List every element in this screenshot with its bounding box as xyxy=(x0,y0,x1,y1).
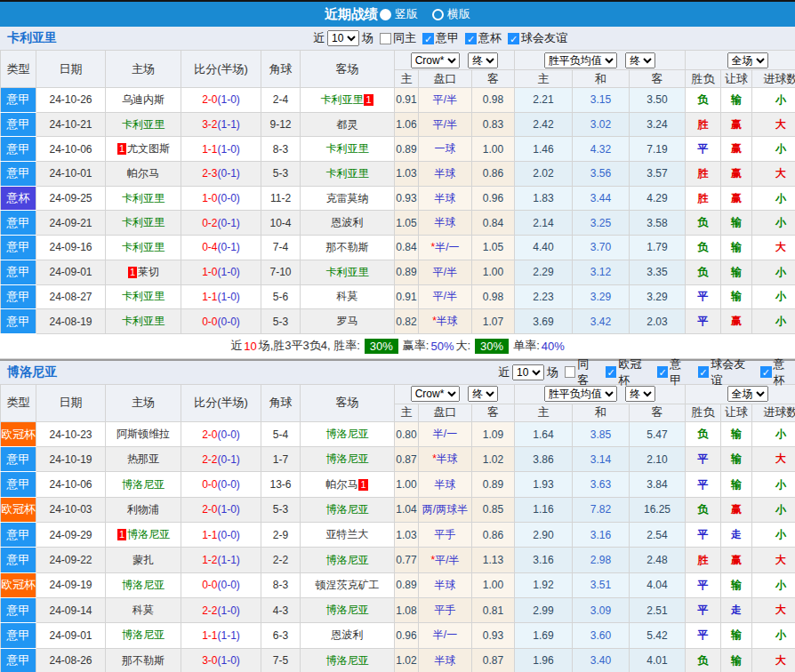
summary-text: 近 xyxy=(230,338,242,354)
away-team-cell: 卡利亚里 xyxy=(301,260,395,284)
result-handicap-cell: 赢 xyxy=(721,162,752,187)
league-type-cell: 意甲 xyxy=(1,623,36,648)
league-checkbox-coppa[interactable]: 意杯 xyxy=(465,30,502,46)
red-card-badge: 1 xyxy=(117,529,126,540)
odds-draw-cell: 3.29 xyxy=(573,284,630,309)
odds-home-cell: 2.21 xyxy=(515,88,573,113)
sub-header-odds-draw: 和 xyxy=(573,404,630,421)
away-team-cell: 博洛尼亚 xyxy=(301,447,395,472)
home-team-cell: 科莫 xyxy=(106,597,181,622)
halftime-score: (1-0) xyxy=(218,266,240,278)
league-checkbox-seriea[interactable]: 意甲 xyxy=(657,356,692,388)
handicap-home-odds: 1.00 xyxy=(395,472,419,497)
handicap-away-odds: 0.87 xyxy=(472,648,515,672)
fulltime-score: 2-0 xyxy=(202,428,217,441)
checkbox-checked-icon xyxy=(657,366,668,378)
score-cell: 1-0(0-0) xyxy=(181,186,261,211)
league-label: 意杯 xyxy=(478,30,502,46)
odds-draw-cell: 2.98 xyxy=(573,548,630,572)
same-home-checkbox[interactable]: 同主 xyxy=(380,30,416,46)
result-wdl-cell: 平 xyxy=(686,472,721,497)
handicap-final-select[interactable]: 终 xyxy=(468,386,498,402)
league-checkbox-ucl[interactable]: 欧冠杯 xyxy=(606,356,651,388)
sub-header-handicap-home: 主 xyxy=(395,404,419,421)
corner-cell: 2-2 xyxy=(261,548,301,572)
same-away-checkbox[interactable]: 同客 xyxy=(565,356,599,388)
horizontal-radio-label: 横版 xyxy=(447,6,470,22)
corner-cell: 6-3 xyxy=(261,623,301,648)
fulltime-score: 0-0 xyxy=(202,579,217,591)
corner-cell: 5-3 xyxy=(261,162,301,187)
result-handicap-cell: 输 xyxy=(721,472,752,497)
league-type-cell: 意甲 xyxy=(1,162,36,187)
corner-cell: 7-4 xyxy=(261,236,301,260)
league-type-cell: 意甲 xyxy=(1,112,36,137)
result-goals-cell: 大 xyxy=(752,447,795,472)
league-checkbox-friendly[interactable]: 球会友谊 xyxy=(508,30,567,46)
radio-unselected-icon xyxy=(432,9,444,20)
avg-final-select[interactable]: 终 xyxy=(625,386,655,402)
halftime-score: (0-0) xyxy=(218,478,240,491)
match-row: 意甲24-09-14科莫2-2(1-0)4-3博洛尼亚1.08平手0.812.9… xyxy=(1,597,795,622)
halftime-score: (0-1) xyxy=(218,167,240,180)
team-name: 卡利亚里 xyxy=(122,118,165,131)
away-team-cell: 博洛尼亚 xyxy=(301,421,395,446)
avg-odds-select[interactable]: 胜平负均值 xyxy=(544,386,617,402)
team-name: 博洛尼亚 xyxy=(326,452,369,465)
result-handicap-cell: 输 xyxy=(721,623,752,648)
odds-away-cell: 2.48 xyxy=(630,548,686,572)
league-checkbox-seriea[interactable]: 意甲 xyxy=(422,30,459,46)
odds-draw-cell: 3.02 xyxy=(573,112,630,137)
scope-select[interactable]: 全场 xyxy=(727,386,768,402)
league-checkbox-friendly[interactable]: 球会友谊 xyxy=(698,356,754,388)
handicap-away-odds: 0.83 xyxy=(472,112,515,137)
same-away-label: 同客 xyxy=(577,356,598,388)
avg-final-select[interactable]: 终 xyxy=(625,52,655,68)
sub-header-odds-away: 客 xyxy=(630,70,686,88)
halftime-score: (0-1) xyxy=(218,241,240,253)
odds-home-cell: 1.16 xyxy=(515,497,573,522)
handicap-line-cell: 平手 xyxy=(419,523,472,548)
handicap-line-cell: 平/半 xyxy=(419,284,472,309)
league-type-cell: 意甲 xyxy=(1,236,36,260)
scope-select[interactable]: 全场 xyxy=(727,52,768,68)
horizontal-layout-radio[interactable]: 横版 xyxy=(430,6,470,22)
team-name: 那不勒斯 xyxy=(122,654,165,667)
date-cell: 24-09-14 xyxy=(36,597,106,622)
near-label: 近 xyxy=(313,30,325,46)
halftime-score: (1-0) xyxy=(218,503,240,516)
odds-home-cell: 2.42 xyxy=(515,112,573,137)
odds-company-select[interactable]: Crow* xyxy=(411,386,460,402)
games-count-select[interactable]: 10 xyxy=(512,364,544,380)
vertical-layout-radio[interactable]: 竖版 xyxy=(378,6,418,22)
odds-draw-cell: 3.44 xyxy=(573,186,630,211)
away-team-cell: 卡利亚里1 xyxy=(301,88,395,113)
home-team-cell: 乌迪内斯 xyxy=(106,88,181,113)
sub-header-odds-draw: 和 xyxy=(573,70,630,88)
games-count-select[interactable]: 10 xyxy=(327,30,359,46)
fulltime-score: 1-0 xyxy=(202,192,217,204)
result-handicap-cell: 赢 xyxy=(721,309,752,334)
handicap-away-odds: 0.89 xyxy=(472,472,515,497)
handicap-away-odds: 0.86 xyxy=(472,162,515,187)
league-checkbox-coppa[interactable]: 意杯 xyxy=(760,356,795,388)
handicap-line-cell: 平/半 xyxy=(419,88,472,113)
odds-home-cell: 1.96 xyxy=(515,648,573,672)
handicap-away-odds: 0.98 xyxy=(472,88,515,113)
odds-company-select[interactable]: Crow* xyxy=(411,52,460,68)
corner-cell: 2-9 xyxy=(261,523,301,548)
team-name: 博洛尼亚 xyxy=(326,428,369,440)
sub-header-odds-home: 主 xyxy=(515,404,573,421)
match-row: 意杯24-09-25卡利亚里1-0(0-0)11-2克雷莫纳0.93半球0.96… xyxy=(1,186,795,211)
avg-odds-select[interactable]: 胜平负均值 xyxy=(544,52,617,68)
handicap-home-odds: 0.89 xyxy=(395,260,419,284)
match-row: 意甲24-10-26乌迪内斯2-0(1-0)2-4卡利亚里10.91平/半0.9… xyxy=(1,88,795,113)
sub-header-result-handicap: 让球 xyxy=(721,404,752,421)
fulltime-score: 2-0 xyxy=(202,93,217,106)
sub-header-odds-home: 主 xyxy=(515,70,573,88)
result-goals-cell: 小 xyxy=(752,137,795,162)
near-label: 近 xyxy=(498,364,510,380)
handicap-final-select[interactable]: 终 xyxy=(468,52,498,68)
result-wdl-cell: 胜 xyxy=(686,186,721,211)
team-name-bologna: 博洛尼亚 xyxy=(7,364,57,380)
